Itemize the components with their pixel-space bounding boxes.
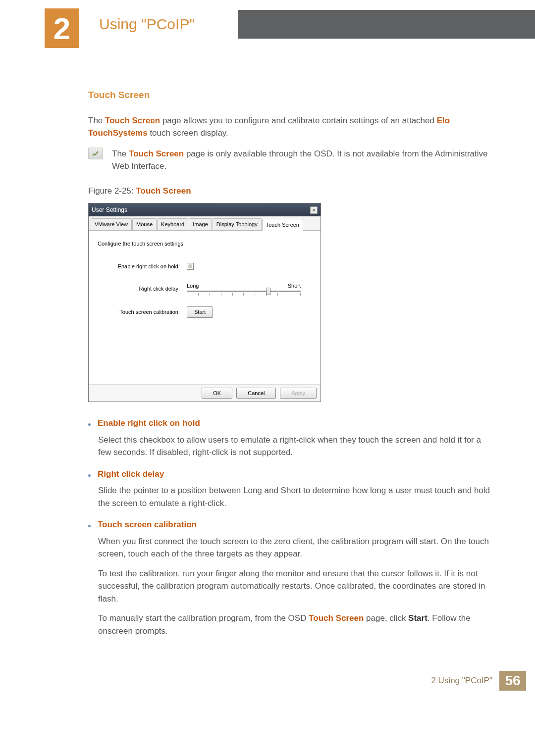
row-enable-right-click: Enable right click on hold:	[98, 262, 312, 271]
page-content: Touch Screen The Touch Screen page allow…	[0, 39, 535, 666]
term-touch-screen: Touch Screen	[105, 116, 160, 125]
paragraph: Slide the pointer to a position between …	[98, 484, 490, 509]
row-right-click-delay: Right click delay: Long Short	[98, 282, 312, 296]
label-right-click-delay: Right click delay:	[98, 285, 187, 293]
bullet-icon	[88, 474, 91, 477]
slider-thumb[interactable]	[267, 288, 270, 295]
slider-ticks	[187, 293, 301, 296]
figure-name: Touch Screen	[136, 186, 191, 196]
footer-chapter-title: 2 Using "PCoIP"	[431, 674, 492, 687]
slider-track[interactable]	[187, 291, 301, 292]
term-touch-screen: Touch Screen	[129, 149, 184, 158]
bullet-icon	[88, 525, 91, 527]
text: The	[112, 149, 129, 158]
page-footer: 2 Using "PCoIP" 56	[0, 666, 535, 701]
tab-image[interactable]: Image	[189, 218, 212, 230]
section-heading: Touch Screen	[88, 88, 490, 102]
start-button[interactable]: Start	[187, 306, 213, 318]
text: page allows you to configure and calibra…	[160, 116, 437, 125]
slider-label-long: Long	[187, 282, 199, 290]
dialog-titlebar: User Settings ×	[89, 203, 321, 216]
bullet-title: Touch screen calibration	[98, 518, 197, 531]
ok-button[interactable]: OK	[202, 388, 232, 399]
dialog-title: User Settings	[92, 205, 127, 214]
bullet-body: When you first connect the touch screen …	[98, 535, 490, 638]
text: Figure 2-25:	[88, 186, 136, 196]
page-number: 56	[499, 671, 526, 691]
bullet-item: Enable right click on holdSelect this ch…	[88, 417, 490, 459]
tab-display-topology[interactable]: Display Topology	[213, 218, 262, 230]
page-header: 2 Using "PCoIP"	[0, 10, 535, 39]
row-calibration: Touch screen calibration: Start	[98, 306, 312, 318]
bullet-item: Touch screen calibrationWhen you first c…	[88, 518, 490, 637]
text: touch screen display.	[148, 128, 228, 138]
note-text: The Touch Screen page is only available …	[112, 148, 490, 173]
text: The	[88, 116, 105, 125]
description-list: Enable right click on holdSelect this ch…	[88, 417, 490, 637]
paragraph: Select this checkbox to allow users to e…	[98, 434, 490, 459]
bullet-body: Slide the pointer to a position between …	[98, 484, 490, 509]
label-calibration: Touch screen calibration:	[98, 308, 187, 316]
tab-mouse[interactable]: Mouse	[132, 218, 157, 230]
slider-label-short: Short	[288, 282, 301, 290]
dialog-body: Configure the touch screen settings Enab…	[89, 231, 321, 384]
apply-button[interactable]: Apply	[280, 388, 317, 399]
intro-paragraph: The Touch Screen page allows you to conf…	[88, 114, 490, 140]
chapter-title: Using "PCoIP"	[0, 10, 238, 39]
dialog-footer: OK Cancel Apply	[89, 384, 321, 402]
tab-vmware-view[interactable]: VMware View	[91, 218, 132, 230]
bullet-body: Select this checkbox to allow users to e…	[98, 434, 490, 459]
dialog-heading: Configure the touch screen settings	[98, 240, 312, 248]
paragraph: To test the calibration, run your finger…	[98, 567, 490, 605]
figure-caption: Figure 2-25: Touch Screen	[88, 185, 490, 198]
chapter-number-badge: 2	[45, 8, 79, 48]
paragraph: When you first connect the touch screen …	[98, 535, 490, 560]
bullet-title: Enable right click on hold	[98, 417, 200, 430]
cancel-button[interactable]: Cancel	[236, 388, 276, 399]
checkbox-enable-right-click[interactable]	[187, 263, 194, 270]
close-button[interactable]: ×	[310, 206, 318, 214]
dialog-tabs: VMware ViewMouseKeyboardImageDisplay Top…	[89, 216, 321, 231]
bullet-icon	[88, 423, 91, 426]
user-settings-dialog: User Settings × VMware ViewMouseKeyboard…	[88, 203, 321, 402]
bullet-item: Right click delaySlide the pointer to a …	[88, 468, 490, 510]
bullet-title: Right click delay	[98, 468, 164, 481]
tab-keyboard[interactable]: Keyboard	[157, 218, 188, 230]
note-icon	[88, 148, 103, 159]
paragraph: To manually start the calibration progra…	[98, 612, 490, 637]
label-enable-right-click: Enable right click on hold:	[98, 262, 187, 271]
slider-right-click-delay[interactable]: Long Short	[187, 282, 301, 296]
note-callout: The Touch Screen page is only available …	[88, 148, 490, 173]
tab-touch-screen[interactable]: Touch Screen	[262, 219, 303, 231]
